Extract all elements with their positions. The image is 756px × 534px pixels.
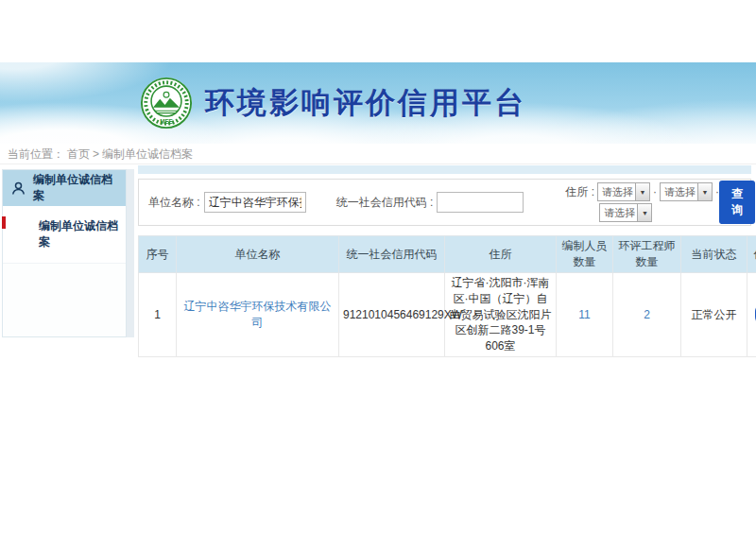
- sidebar-item-label: 编制单位诚信档案: [39, 219, 118, 249]
- address-label: 住所 :: [565, 184, 594, 200]
- address-city-select[interactable]: 请选择 ▼: [660, 182, 713, 201]
- header-address: 住所: [445, 236, 557, 273]
- unit-name-input[interactable]: [204, 192, 306, 213]
- cell-status: 正常公开: [681, 273, 747, 357]
- chevron-down-icon: ▼: [637, 204, 651, 221]
- results-table: 序号 单位名称 统一社会信用代码 住所 编制人员数量 环评工程师数量 当前状态 …: [138, 235, 756, 357]
- chevron-down-icon: ▼: [635, 183, 649, 200]
- breadcrumb-current: 编制单位诚信档案: [102, 147, 193, 161]
- sidebar-section-header[interactable]: 编制单位诚信档案: [3, 170, 126, 206]
- mee-logo-icon: MEE: [139, 76, 194, 130]
- sidebar-item-archive[interactable]: 编制单位诚信档案: [3, 206, 126, 264]
- main-content: 单位名称 : 统一社会信用代码 : 住所 : 请选择 ▼ · 请选择 ▼ ·: [138, 165, 751, 357]
- page-title: 环境影响评价信用平台: [205, 83, 526, 123]
- address-province-select[interactable]: 请选择 ▼: [597, 182, 650, 201]
- header-staff-count: 编制人员数量: [557, 236, 613, 273]
- site-banner: MEE 环境影响评价信用平台: [0, 62, 756, 144]
- svg-text:MEE: MEE: [160, 118, 173, 125]
- header-status: 当前状态: [681, 236, 747, 273]
- query-button[interactable]: 查询: [719, 181, 755, 224]
- engineer-count-link[interactable]: 2: [644, 308, 650, 321]
- sidebar: 编制单位诚信档案 编制单位诚信档案: [2, 169, 127, 337]
- sidebar-divider: [127, 169, 134, 337]
- company-name-link[interactable]: 辽宁中咨华宇环保技术有限公司: [184, 300, 332, 329]
- header-engineer-count: 环评工程师数量: [613, 236, 681, 273]
- cell-index: 1: [139, 273, 177, 357]
- cell-credit-code: 9121010456469129XW: [339, 273, 445, 357]
- page-layout: 编制单位诚信档案 编制单位诚信档案 单位名称 : 统一社会信用代码 : 住所 :…: [0, 165, 756, 534]
- unit-name-label: 单位名称 :: [148, 195, 200, 211]
- user-icon: [11, 181, 26, 196]
- breadcrumb-label: 当前位置：: [8, 147, 64, 161]
- header-credit-code: 统一社会信用代码: [339, 236, 445, 273]
- credit-code-label: 统一社会信用代码 :: [336, 195, 434, 211]
- header-credit-record: 信用记录: [747, 236, 756, 273]
- search-panel: 单位名称 : 统一社会信用代码 : 住所 : 请选择 ▼ · 请选择 ▼ ·: [138, 179, 751, 226]
- credit-code-input[interactable]: [437, 192, 524, 213]
- address-select-group: 住所 : 请选择 ▼ · 请选择 ▼ · 请选择 ▼: [565, 182, 719, 222]
- sidebar-section-label: 编制单位诚信档案: [33, 172, 117, 204]
- cell-address: 辽宁省·沈阳市·浑南区·中国（辽宁）自由贸易试验区沈阳片区创新二路39-1号60…: [445, 273, 557, 357]
- breadcrumb-separator: >: [93, 147, 99, 161]
- table-header-row: 序号 单位名称 统一社会信用代码 住所 编制人员数量 环评工程师数量 当前状态 …: [139, 236, 756, 273]
- breadcrumb-home-link[interactable]: 首页: [67, 147, 90, 161]
- header-index: 序号: [139, 236, 177, 273]
- address-district-select[interactable]: 请选择 ▼: [599, 203, 652, 222]
- table-row: 1 辽宁中咨华宇环保技术有限公司 9121010456469129XW 辽宁省·…: [139, 273, 756, 357]
- header-unit-name: 单位名称: [177, 236, 339, 273]
- chevron-down-icon: ▼: [697, 183, 712, 200]
- breadcrumb: 当前位置：首页>编制单位诚信档案: [0, 144, 756, 164]
- main-top-strip: [138, 165, 751, 174]
- staff-count-link[interactable]: 11: [578, 308, 590, 321]
